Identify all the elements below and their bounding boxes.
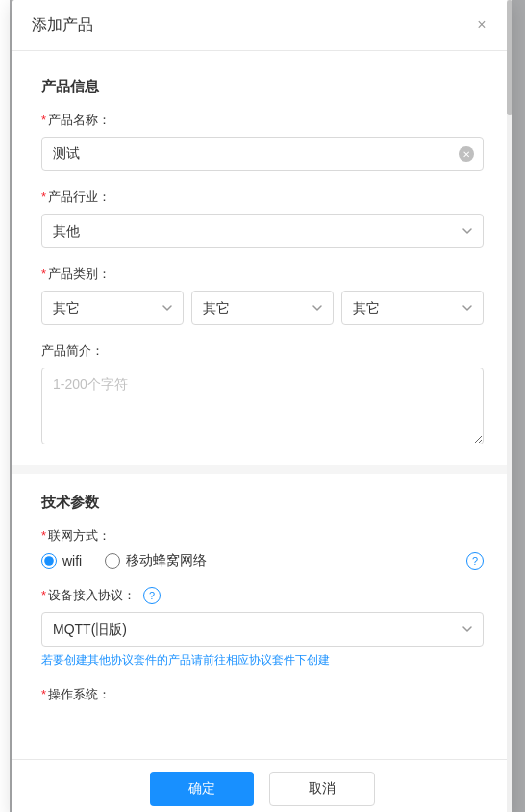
network-help-icon[interactable]: ?: [466, 552, 484, 570]
scrollbar-thumb[interactable]: [507, 0, 512, 115]
product-name-label: *产品名称：: [41, 112, 484, 129]
section-product-info-title: 产品信息: [41, 78, 484, 96]
modal-body: 产品信息 *产品名称： ✕ *产品行业： 其他: [12, 51, 512, 812]
product-description-label: 产品简介：: [41, 343, 484, 360]
wifi-radio[interactable]: [41, 553, 57, 569]
category-select-row: 其它 其它 其它: [41, 291, 484, 325]
scrollbar-track: [507, 0, 512, 812]
network-field: *联网方式： wifi 移动蜂窝网络 ?: [41, 527, 484, 570]
product-industry-label: *产品行业：: [41, 189, 484, 206]
required-star-4: *: [41, 528, 46, 543]
product-name-input-wrapper: ✕: [41, 137, 484, 171]
clear-icon[interactable]: ✕: [459, 146, 474, 162]
required-star-2: *: [41, 190, 46, 204]
category-select-2[interactable]: 其它: [191, 291, 334, 325]
protocol-field: *设备接入协议： ? MQTT(旧版) 若要创建其他协议套件的产品请前往相应协议…: [41, 587, 484, 669]
section-tech-params-title: 技术参数: [41, 494, 484, 512]
wifi-label: wifi: [62, 553, 82, 569]
product-name-field: *产品名称： ✕: [41, 112, 484, 171]
required-star-5: *: [41, 588, 46, 602]
mobile-radio[interactable]: [105, 553, 120, 569]
product-description-textarea[interactable]: [41, 368, 484, 444]
required-star: *: [41, 113, 46, 127]
close-button[interactable]: ×: [470, 13, 493, 37]
os-label: *操作系统：: [41, 686, 484, 703]
network-radio-row: wifi 移动蜂窝网络 ?: [41, 552, 484, 570]
product-name-input[interactable]: [41, 137, 484, 171]
protocol-label: *设备接入协议：: [41, 587, 136, 604]
product-category-label: *产品类别：: [41, 266, 484, 283]
product-industry-field: *产品行业： 其他: [41, 189, 484, 248]
required-star-3: *: [41, 266, 46, 281]
modal-title: 添加产品: [32, 15, 93, 36]
os-field: *操作系统：: [41, 686, 484, 703]
confirm-button[interactable]: 确定: [150, 772, 254, 806]
product-category-field: *产品类别： 其它 其它 其它: [41, 266, 484, 325]
product-description-field: 产品简介：: [41, 343, 484, 447]
modal-header: 添加产品 ×: [12, 0, 512, 51]
product-industry-select[interactable]: 其他: [41, 214, 484, 248]
network-radio-group: wifi 移动蜂窝网络: [41, 552, 207, 570]
modal-overlay: 添加产品 × 产品信息 *产品名称： ✕ *产品行业：: [0, 0, 525, 812]
protocol-select[interactable]: MQTT(旧版): [41, 612, 484, 647]
wifi-radio-item[interactable]: wifi: [41, 553, 82, 569]
cancel-button[interactable]: 取消: [269, 772, 375, 806]
mobile-label: 移动蜂窝网络: [126, 552, 207, 570]
category-select-3[interactable]: 其它: [341, 291, 484, 325]
modal-footer: 确定 取消: [12, 759, 512, 812]
section-divider: [12, 465, 512, 474]
protocol-help-icon[interactable]: ?: [143, 587, 161, 604]
category-select-1[interactable]: 其它: [41, 291, 184, 325]
protocol-hint: 若要创建其他协议套件的产品请前往相应协议套件下创建: [41, 652, 484, 669]
required-star-6: *: [41, 687, 46, 701]
network-label: *联网方式：: [41, 527, 484, 545]
mobile-radio-item[interactable]: 移动蜂窝网络: [105, 552, 207, 570]
modal-dialog: 添加产品 × 产品信息 *产品名称： ✕ *产品行业：: [12, 0, 512, 812]
